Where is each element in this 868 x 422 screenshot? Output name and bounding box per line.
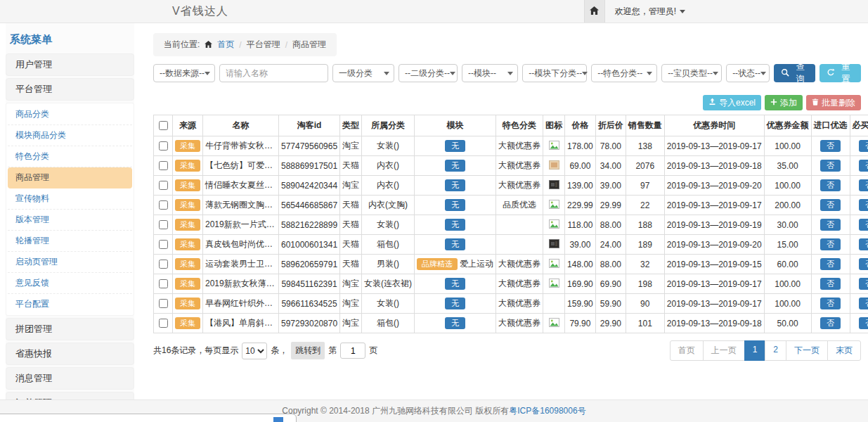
must-buy-toggle[interactable]: 否 xyxy=(859,219,868,231)
must-buy-toggle[interactable]: 否 xyxy=(859,298,868,309)
source-badge: 采集 xyxy=(175,317,200,329)
icp-link[interactable]: 粤ICP备16098006号 xyxy=(509,405,585,417)
per-page-select[interactable]: 10 xyxy=(242,343,267,359)
row-checkbox[interactable] xyxy=(159,240,168,249)
module-badge[interactable]: 无 xyxy=(445,278,465,290)
filter-status[interactable]: --状态-- xyxy=(726,64,770,82)
icon-cell xyxy=(543,294,565,314)
row-checkbox[interactable] xyxy=(159,319,168,328)
jump-button[interactable]: 跳转到 xyxy=(291,342,325,359)
sidebar-section-saving-express[interactable]: 省惠快报 xyxy=(6,343,134,365)
coupon-time-cell: 2019-09-13—2019-09-17 xyxy=(664,294,764,314)
import-select-toggle[interactable]: 否 xyxy=(820,160,841,172)
sidebar-section-user-management[interactable]: 用户管理 xyxy=(6,53,134,76)
home-button[interactable] xyxy=(584,0,605,23)
select-all-checkbox[interactable] xyxy=(159,121,168,130)
import-select-toggle[interactable]: 否 xyxy=(820,179,841,191)
jump-page-input[interactable] xyxy=(340,343,365,359)
sidebar-section-group-buy-management[interactable]: 拼团管理 xyxy=(6,318,134,340)
filter-feature-category[interactable]: --特色分类-- xyxy=(591,64,657,82)
page-button[interactable]: 下一页 xyxy=(786,340,828,361)
must-buy-toggle[interactable]: 否 xyxy=(859,160,868,172)
must-buy-toggle[interactable]: 否 xyxy=(859,140,868,152)
row-checkbox[interactable] xyxy=(159,200,168,210)
reset-button[interactable]: 重置 xyxy=(820,64,861,82)
sidebar-section-message-management[interactable]: 消息管理 xyxy=(6,367,134,390)
add-button[interactable]: 添加 xyxy=(765,95,803,110)
import-excel-button[interactable]: 导入excel xyxy=(703,95,761,110)
row-checkbox[interactable] xyxy=(159,161,168,170)
name-search-input[interactable] xyxy=(219,64,328,82)
import-select-toggle[interactable]: 否 xyxy=(820,199,841,211)
filter-module-subcategory[interactable]: --模块下分类-- xyxy=(522,64,587,82)
source-cell: 采集 xyxy=(173,294,203,314)
filter-level2-category[interactable]: --二级分类-- xyxy=(399,64,458,82)
import-select-toggle[interactable]: 否 xyxy=(820,317,841,329)
home-icon-small xyxy=(205,40,212,50)
row-checkbox[interactable] xyxy=(159,260,168,269)
search-button[interactable]: 查询 xyxy=(774,64,815,82)
sidebar-item[interactable]: 启动页管理 xyxy=(8,252,132,273)
sidebar-item[interactable]: 宣传物料 xyxy=(8,188,132,210)
must-buy-toggle[interactable]: 否 xyxy=(859,278,868,290)
page-button[interactable]: 末页 xyxy=(827,340,861,361)
source-cell: 采集 xyxy=(173,156,203,176)
sidebar-section-platform-management[interactable]: 平台管理 xyxy=(6,78,134,101)
module-cell: 品牌精选爱上运动 xyxy=(415,255,496,274)
import-select-toggle[interactable]: 否 xyxy=(820,278,841,290)
taoke-id-cell: 588216228899 xyxy=(279,215,340,235)
page-button[interactable]: 2 xyxy=(765,340,786,361)
must-buy-toggle[interactable]: 否 xyxy=(859,179,868,191)
sidebar-item[interactable]: 平台配置 xyxy=(8,294,132,314)
row-checkbox[interactable] xyxy=(159,299,168,308)
page-button[interactable]: 1 xyxy=(744,340,766,361)
row-checkbox[interactable] xyxy=(159,279,168,288)
import-select-toggle[interactable]: 否 xyxy=(820,298,841,309)
must-buy-toggle[interactable]: 否 xyxy=(859,199,868,211)
module-badge[interactable]: 无 xyxy=(445,179,465,191)
filter-bar: --数据来源--一级分类--二级分类----模块----模块下分类----特色分… xyxy=(153,64,861,82)
must-buy-cell: 否 xyxy=(850,294,868,314)
module-badge[interactable]: 无 xyxy=(445,298,465,309)
module-badge[interactable]: 无 xyxy=(445,238,465,250)
row-checkbox[interactable] xyxy=(159,141,168,151)
sidebar-item[interactable]: 轮播管理 xyxy=(8,231,132,252)
name-cell: 【七色纺】可爱纯棉家... xyxy=(203,156,279,176)
sidebar-item[interactable]: 意见反馈 xyxy=(8,273,132,294)
breadcrumb-home-link[interactable]: 首页 xyxy=(217,39,234,51)
sidebar-item[interactable]: 模块商品分类 xyxy=(8,125,132,146)
type-cell: 淘宝 xyxy=(340,274,362,294)
product-thumbnail xyxy=(549,180,559,191)
discount-price-cell: 59.90 xyxy=(595,294,626,314)
sidebar-item[interactable]: 商品管理 xyxy=(8,167,132,188)
sidebar-item[interactable]: 版本管理 xyxy=(8,210,132,231)
must-buy-toggle[interactable]: 否 xyxy=(859,317,868,329)
import-select-toggle[interactable]: 否 xyxy=(820,258,841,270)
filter-module[interactable]: --模块-- xyxy=(462,64,518,82)
module-badge[interactable]: 无 xyxy=(445,317,465,329)
import-select-toggle[interactable]: 否 xyxy=(820,238,841,250)
row-checkbox[interactable] xyxy=(159,220,168,229)
user-menu[interactable]: 欢迎您，管理员! xyxy=(615,6,685,18)
sidebar-item[interactable]: 商品分类 xyxy=(8,104,132,125)
module-badge[interactable]: 无 xyxy=(445,199,465,211)
must-buy-toggle[interactable]: 否 xyxy=(859,238,868,250)
import-select-cell: 否 xyxy=(811,196,850,215)
batch-delete-button[interactable]: 批量删除 xyxy=(806,95,861,110)
import-select-toggle[interactable]: 否 xyxy=(820,140,841,152)
filter-level1-category[interactable]: 一级分类 xyxy=(332,64,394,82)
module-badge[interactable]: 无 xyxy=(445,219,465,231)
module-badge[interactable]: 无 xyxy=(445,140,465,152)
import-select-toggle[interactable]: 否 xyxy=(820,219,841,231)
filter-item-type[interactable]: --宝贝类型-- xyxy=(661,64,722,82)
must-buy-cell: 否 xyxy=(850,176,868,196)
module-badge[interactable]: 无 xyxy=(445,160,465,172)
sidebar-item[interactable]: 特色分类 xyxy=(8,146,132,167)
row-checkbox[interactable] xyxy=(159,181,168,190)
must-buy-toggle[interactable]: 否 xyxy=(859,258,868,270)
page-button[interactable]: 首页 xyxy=(670,340,704,361)
page-button[interactable]: 上一页 xyxy=(703,340,745,361)
module-badge[interactable]: 品牌精选 xyxy=(417,258,458,270)
filter-data-source[interactable]: --数据来源-- xyxy=(153,64,215,82)
price-cell: 159.90 xyxy=(565,294,596,314)
